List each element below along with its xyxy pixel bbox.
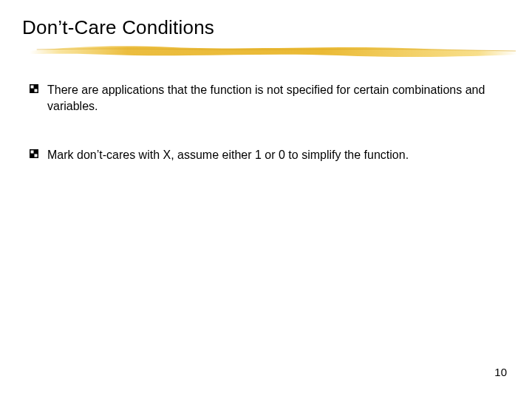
bullet-list: There are applications that the function… <box>30 82 510 163</box>
bullet-text: Mark don’t-cares with X, assume either 1… <box>47 147 409 163</box>
bullet-text: There are applications that the function… <box>47 82 488 114</box>
slide-title: Don’t-Care Conditions <box>22 16 510 39</box>
svg-rect-4 <box>31 151 34 154</box>
decorative-square-bullet-icon <box>30 149 38 158</box>
bullet-item: There are applications that the function… <box>30 82 488 114</box>
page-number: 10 <box>494 366 507 378</box>
decorative-square-bullet-icon <box>30 84 38 93</box>
svg-rect-2 <box>35 89 38 92</box>
title-underline <box>30 44 517 60</box>
svg-rect-5 <box>35 154 38 157</box>
bullet-item: Mark don’t-cares with X, assume either 1… <box>30 147 488 163</box>
svg-rect-1 <box>31 86 34 89</box>
brush-stroke-icon <box>30 44 517 60</box>
slide: Don’t-Care Conditions <box>0 0 532 399</box>
